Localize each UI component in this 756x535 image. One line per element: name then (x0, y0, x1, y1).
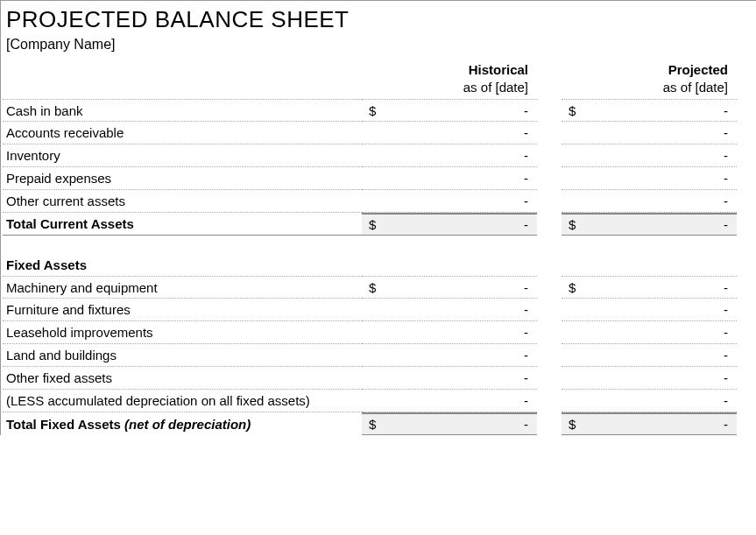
column-header-historical: Historical as of [date] (362, 61, 537, 95)
table-row: Leasehold improvements - - (3, 321, 756, 344)
proj-cell[interactable]: - (562, 321, 737, 344)
hist-cell[interactable]: - (362, 344, 537, 367)
hist-cell[interactable]: - (362, 390, 537, 412)
proj-cell[interactable]: - (562, 144, 737, 167)
table-row: Other current assets - - (3, 190, 756, 213)
table-row: Furniture and fixtures - - (3, 299, 756, 321)
table-row: Machinery and equipment $- $- (3, 276, 756, 299)
fixed-assets-heading: Fixed Assets (3, 253, 362, 276)
table-row: Land and buildings - - (3, 344, 756, 367)
table-row: (LESS accumulated depreciation on all fi… (3, 390, 756, 412)
proj-total-cell: $- (562, 213, 737, 236)
proj-cell[interactable]: - (562, 167, 737, 190)
company-name: [Company Name] (3, 35, 756, 61)
hist-cell[interactable]: - (362, 299, 537, 321)
page-title: PROJECTED BALANCE SHEET (3, 1, 756, 35)
proj-cell[interactable]: $- (562, 276, 737, 299)
proj-cell[interactable]: - (562, 122, 737, 144)
hist-total-cell: $- (362, 412, 537, 435)
proj-cell[interactable]: $- (562, 99, 737, 122)
table-row: Cash in bank $- $- (3, 99, 756, 122)
hist-cell[interactable]: - (362, 321, 537, 344)
proj-cell[interactable]: - (562, 299, 737, 321)
total-current-assets-row: Total Current Assets $- $- (3, 213, 756, 236)
hist-total-cell: $- (362, 213, 537, 236)
table-row: Inventory - - (3, 144, 756, 167)
table-row: Other fixed assets - - (3, 367, 756, 390)
proj-cell[interactable]: - (562, 367, 737, 390)
hist-cell[interactable]: - (362, 167, 537, 190)
column-header-projected: Projected as of [date] (562, 61, 737, 95)
total-fixed-assets-label: Total Fixed Assets (net of depreciation) (6, 417, 251, 432)
proj-cell[interactable]: - (562, 190, 737, 213)
hist-cell[interactable]: $- (362, 276, 537, 299)
proj-total-cell: $- (562, 412, 737, 435)
table-row: Accounts receivable - - (3, 122, 756, 144)
hist-cell[interactable]: - (362, 144, 537, 167)
hist-cell[interactable]: $- (362, 99, 537, 122)
proj-cell[interactable]: - (562, 390, 737, 412)
hist-cell[interactable]: - (362, 122, 537, 144)
hist-cell[interactable]: - (362, 190, 537, 213)
hist-cell[interactable]: - (362, 367, 537, 390)
proj-cell[interactable]: - (562, 344, 737, 367)
table-row: Prepaid expenses - - (3, 167, 756, 190)
total-fixed-assets-row: Total Fixed Assets (net of depreciation)… (3, 412, 756, 435)
